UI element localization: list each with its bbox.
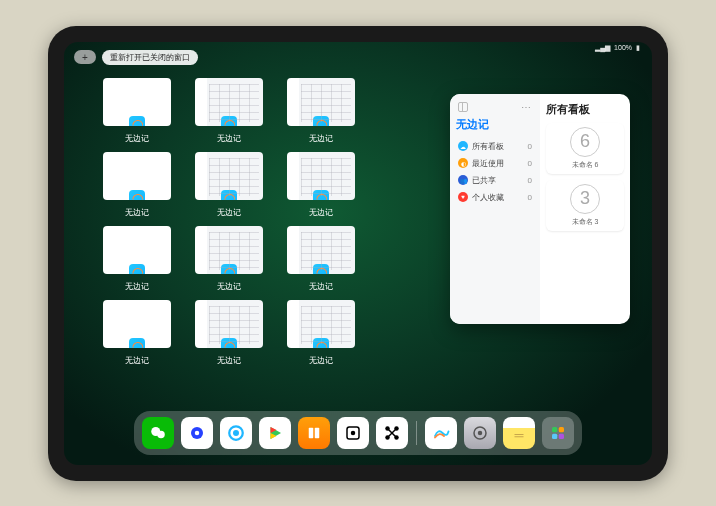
category-label: 已共享: [472, 175, 496, 186]
app-window[interactable]: 无边记: [102, 78, 172, 144]
category-count: 0: [528, 193, 532, 202]
freeform-panel[interactable]: ⋯ 无边记 ☁所有看板0◐最近使用0👥已共享0♥个人收藏0 所有看板 6未命名 …: [450, 94, 630, 324]
board-thumbnail: 3: [570, 184, 600, 214]
app-badge-icon: [313, 116, 329, 126]
sidebar-item[interactable]: ◐最近使用0: [456, 155, 534, 172]
app-badge-icon: [129, 338, 145, 348]
sidebar-item[interactable]: 👥已共享0: [456, 172, 534, 189]
qqbrowser-icon[interactable]: [220, 417, 252, 449]
window-thumbnail: [195, 226, 263, 274]
app-label: 无边记: [217, 207, 241, 218]
app-label: 无边记: [217, 133, 241, 144]
svg-rect-25: [552, 433, 557, 438]
app-window[interactable]: 无边记: [194, 226, 264, 292]
window-thumbnail: [103, 78, 171, 126]
battery-icon: ▮: [636, 44, 640, 52]
category-label: 个人收藏: [472, 192, 504, 203]
category-icon: ◐: [458, 158, 468, 168]
battery-text: 100%: [614, 44, 632, 51]
panel-title: 无边记: [456, 117, 534, 132]
app-badge-icon: [221, 190, 237, 200]
reopen-closed-window-button[interactable]: 重新打开已关闭的窗口: [102, 50, 198, 65]
category-count: 0: [528, 176, 532, 185]
app-window[interactable]: 无边记: [102, 152, 172, 218]
app-window[interactable]: 无边记: [102, 300, 172, 366]
panel-right-title: 所有看板: [546, 102, 624, 117]
app-label: 无边记: [217, 281, 241, 292]
category-label: 最近使用: [472, 158, 504, 169]
notes-icon[interactable]: [503, 417, 535, 449]
app-badge-icon: [221, 338, 237, 348]
board-thumbnail: 6: [570, 127, 600, 157]
category-icon: 👥: [458, 175, 468, 185]
quark-icon[interactable]: [181, 417, 213, 449]
app-badge-icon: [129, 190, 145, 200]
window-thumbnail: [103, 226, 171, 274]
app-window[interactable]: 无边记: [286, 226, 356, 292]
status-bar: ▂▄▆ 100% ▮: [595, 44, 640, 52]
svg-point-20: [478, 430, 483, 435]
app-badge-icon: [313, 264, 329, 274]
app-window[interactable]: 无边记: [194, 152, 264, 218]
app-window[interactable]: 无边记: [102, 226, 172, 292]
new-window-button[interactable]: +: [74, 50, 96, 64]
svg-rect-26: [559, 433, 564, 438]
panel-more-icon[interactable]: ⋯: [521, 102, 532, 113]
svg-point-3: [195, 430, 200, 435]
category-count: 0: [528, 159, 532, 168]
app-badge-icon: [129, 116, 145, 126]
app-label: 无边记: [309, 133, 333, 144]
app-window[interactable]: 无边记: [286, 152, 356, 218]
window-thumbnail: [103, 300, 171, 348]
applibrary-icon[interactable]: [542, 417, 574, 449]
app-badge-icon: [129, 264, 145, 274]
dice-icon[interactable]: [337, 417, 369, 449]
category-icon: ♥: [458, 192, 468, 202]
signal-icon: ▂▄▆: [595, 44, 610, 52]
sidebar-toggle-icon[interactable]: [458, 102, 468, 112]
window-toolbar: + 重新打开已关闭的窗口: [74, 50, 198, 65]
window-thumbnail: [287, 300, 355, 348]
screen: ▂▄▆ 100% ▮ + 重新打开已关闭的窗口 无边记无边记无边记无边记无边记无…: [64, 42, 652, 465]
app-badge-icon: [221, 116, 237, 126]
app-label: 无边记: [125, 133, 149, 144]
wechat-icon[interactable]: [142, 417, 174, 449]
board-item[interactable]: 3未命名 3: [546, 180, 624, 231]
app-label: 无边记: [125, 207, 149, 218]
app-window[interactable]: 无边记: [286, 300, 356, 366]
books-icon[interactable]: [298, 417, 330, 449]
svg-rect-10: [315, 427, 320, 438]
app-badge-icon: [313, 190, 329, 200]
window-thumbnail: [287, 78, 355, 126]
window-thumbnail: [103, 152, 171, 200]
sidebar-item[interactable]: ♥个人收藏0: [456, 189, 534, 206]
window-thumbnail: [287, 226, 355, 274]
dock: [134, 411, 582, 455]
category-count: 0: [528, 142, 532, 151]
sidebar-item[interactable]: ☁所有看板0: [456, 138, 534, 155]
window-thumbnail: [195, 78, 263, 126]
settings-icon[interactable]: [464, 417, 496, 449]
board-caption: 未命名 3: [572, 217, 599, 227]
app-label: 无边记: [309, 281, 333, 292]
app-window[interactable]: 无边记: [286, 78, 356, 144]
connect-icon[interactable]: [376, 417, 408, 449]
app-switcher-grid: 无边记无边记无边记无边记无边记无边记无边记无边记无边记无边记无边记无边记: [102, 78, 448, 366]
panel-content: 所有看板 6未命名 63未命名 3: [540, 94, 630, 324]
app-label: 无边记: [125, 281, 149, 292]
board-item[interactable]: 6未命名 6: [546, 123, 624, 174]
window-thumbnail: [195, 300, 263, 348]
category-icon: ☁: [458, 141, 468, 151]
app-window[interactable]: 无边记: [194, 300, 264, 366]
app-badge-icon: [221, 264, 237, 274]
play-icon[interactable]: [259, 417, 291, 449]
board-caption: 未命名 6: [572, 160, 599, 170]
app-label: 无边记: [309, 207, 333, 218]
svg-rect-24: [559, 427, 564, 432]
ipad-frame: ▂▄▆ 100% ▮ + 重新打开已关闭的窗口 无边记无边记无边记无边记无边记无…: [48, 26, 668, 481]
app-window[interactable]: 无边记: [194, 78, 264, 144]
app-badge-icon: [313, 338, 329, 348]
svg-point-5: [233, 430, 239, 436]
window-thumbnail: [287, 152, 355, 200]
freeform-icon[interactable]: [425, 417, 457, 449]
